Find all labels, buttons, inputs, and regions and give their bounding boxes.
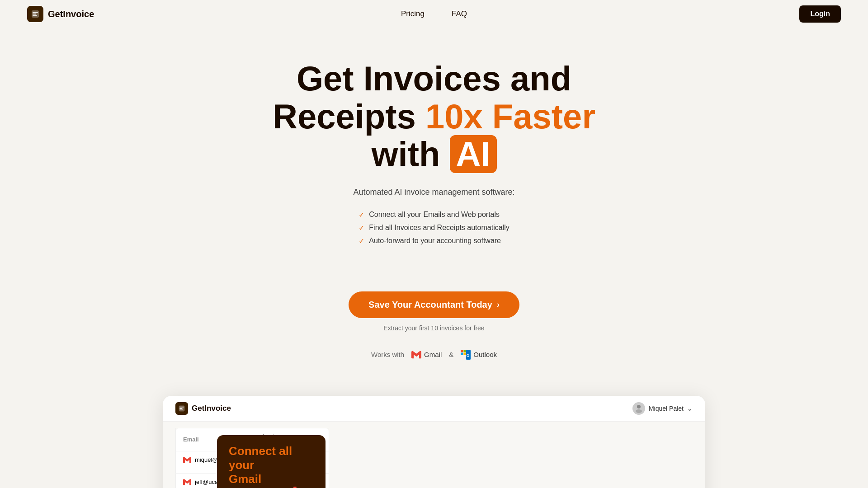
feature-1: ✓ Connect all your Emails and Web portal… bbox=[359, 211, 509, 219]
navbar: GetInvoice Pricing FAQ Login bbox=[0, 0, 868, 28]
svg-rect-7 bbox=[464, 352, 467, 355]
svg-point-15 bbox=[636, 409, 642, 413]
svg-rect-4 bbox=[461, 350, 463, 352]
feature-3: ✓ Auto-forward to your accounting softwa… bbox=[359, 237, 509, 245]
nav-faq[interactable]: FAQ bbox=[452, 9, 467, 19]
svg-point-14 bbox=[637, 405, 641, 408]
gmail-label: Gmail bbox=[424, 351, 442, 358]
gmail-icon bbox=[411, 350, 421, 360]
check-icon-1: ✓ bbox=[359, 211, 364, 219]
svg-rect-11 bbox=[179, 407, 184, 408]
google-icon-1 bbox=[183, 456, 191, 464]
tooltip-connect-gmail: Connect all yourGmail Accounts 📬 ↙ bbox=[217, 435, 326, 488]
avatar bbox=[632, 402, 645, 415]
feature-3-text: Auto-forward to your accounting software bbox=[369, 237, 501, 245]
svg-rect-12 bbox=[179, 408, 182, 409]
svg-rect-5 bbox=[464, 350, 467, 352]
svg-rect-6 bbox=[461, 352, 463, 355]
logo-text: GetInvoice bbox=[48, 9, 94, 19]
outlook-badge: O Outlook bbox=[461, 350, 497, 360]
app-navbar: GetInvoice Miquel Palet ⌄ bbox=[163, 396, 705, 422]
works-with-label: Works with bbox=[371, 351, 404, 358]
hero-subtitle: Automated AI invoice management software… bbox=[9, 188, 859, 197]
hero-title-line3-prefix: with bbox=[371, 135, 449, 173]
cta-label: Save Your Accountant Today bbox=[368, 300, 492, 310]
outlook-icon: O bbox=[461, 350, 471, 360]
gmail-badge: Gmail bbox=[411, 350, 442, 360]
hero-title-line1: Get Invoices and bbox=[297, 59, 571, 98]
amp-text: & bbox=[449, 351, 453, 358]
svg-text:O: O bbox=[467, 353, 470, 357]
nav-pricing[interactable]: Pricing bbox=[401, 9, 425, 19]
hero-title: Get Invoices and Receipts 10x Faster wit… bbox=[231, 60, 637, 173]
nav-links: Pricing FAQ bbox=[401, 9, 467, 19]
svg-rect-2 bbox=[33, 14, 36, 14]
logo-icon bbox=[27, 6, 43, 22]
tooltip-emoji: 📬 bbox=[286, 486, 300, 488]
feature-2-text: Find all Invoices and Receipts automatic… bbox=[369, 224, 509, 232]
hero-title-line2-prefix: Receipts bbox=[273, 97, 425, 136]
check-icon-3: ✓ bbox=[359, 237, 364, 245]
cta-button[interactable]: Save Your Accountant Today › bbox=[349, 291, 519, 318]
feature-2: ✓ Find all Invoices and Receipts automat… bbox=[359, 224, 509, 232]
hero-title-orange: 10x Faster bbox=[425, 97, 595, 136]
works-with: Works with Gmail & O Outlook bbox=[9, 350, 859, 360]
app-logo-text: GetInvoice bbox=[192, 404, 231, 413]
svg-rect-1 bbox=[33, 12, 38, 13]
hero-ai-badge: AI bbox=[450, 135, 497, 173]
outlook-label: Outlook bbox=[473, 351, 497, 358]
check-icon-2: ✓ bbox=[359, 224, 364, 232]
login-button[interactable]: Login bbox=[799, 5, 841, 23]
feature-1-text: Connect all your Emails and Web portals bbox=[369, 211, 500, 219]
app-user: Miquel Palet ⌄ bbox=[632, 402, 693, 415]
user-chevron-icon: ⌄ bbox=[687, 405, 693, 412]
hero-features: ✓ Connect all your Emails and Web portal… bbox=[359, 206, 509, 250]
app-logo-icon bbox=[175, 402, 188, 415]
svg-rect-13 bbox=[179, 409, 183, 410]
cta-arrow-icon: › bbox=[497, 300, 500, 310]
svg-rect-3 bbox=[33, 15, 37, 16]
app-logo: GetInvoice bbox=[175, 402, 231, 415]
app-preview: GetInvoice Miquel Palet ⌄ Connect all yo… bbox=[163, 396, 705, 488]
app-username: Miquel Palet bbox=[649, 405, 684, 412]
tooltip-title: Connect all yourGmail Accounts bbox=[229, 444, 292, 488]
google-icon-2 bbox=[183, 478, 191, 486]
hero-section: Get Invoices and Receipts 10x Faster wit… bbox=[0, 28, 868, 378]
logo: GetInvoice bbox=[27, 6, 94, 22]
cta-subtext: Extract your first 10 invoices for free bbox=[9, 324, 859, 332]
